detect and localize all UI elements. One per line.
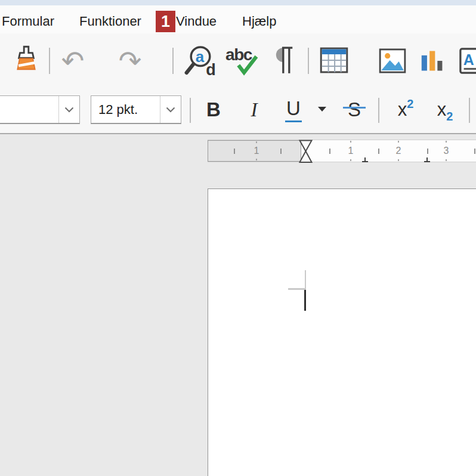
formatting-marks-icon [270, 44, 294, 77]
spelling-check-button[interactable]: abc [224, 44, 259, 78]
font-size-value: 12 pkt. [91, 96, 160, 123]
font-name-combobox[interactable] [0, 95, 80, 124]
indent-marker[interactable] [298, 140, 313, 163]
ruler-left-margin: 1 [208, 140, 301, 162]
superscript-icon: x [398, 99, 407, 120]
insert-textbox-icon: A [459, 47, 476, 75]
toolbar-separator [172, 48, 174, 74]
insert-table-button[interactable] [319, 45, 349, 75]
toolbar-separator [469, 98, 470, 123]
annotation-badge-1: 1 [156, 11, 175, 32]
chevron-down-icon [64, 107, 74, 113]
toolbar-separator [308, 48, 309, 74]
formatting-marks-button[interactable] [270, 43, 295, 78]
menu-item-hjaelp[interactable]: Hjælp [242, 5, 276, 33]
toolbar-separator [49, 48, 50, 74]
redo-button[interactable]: ↷ [115, 44, 146, 78]
font-size-dropdown-button[interactable] [160, 96, 181, 123]
app-window: Formular Funktioner Vindue Hjælp 1 ↶ ↷ [0, 0, 476, 476]
bold-button[interactable]: B [200, 95, 227, 124]
toolbar-separator [190, 98, 191, 123]
font-name-dropdown-button[interactable] [58, 96, 79, 123]
standard-toolbar: ↶ ↷ a d abc [0, 33, 476, 88]
ruler-number: 1 [345, 146, 357, 156]
tab-stop-marker[interactable] [424, 157, 430, 162]
font-name-value [0, 96, 58, 123]
insert-textbox-button[interactable]: A [458, 47, 476, 75]
titlebar-edge [0, 0, 476, 5]
find-replace-icon: a d [184, 45, 217, 77]
chevron-down-icon [166, 107, 175, 113]
find-replace-button[interactable]: a d [184, 44, 217, 78]
redo-icon: ↷ [119, 47, 142, 75]
menu-item-formular[interactable]: Formular [2, 5, 54, 33]
svg-text:a: a [196, 48, 205, 66]
menu-bar: Formular Funktioner Vindue Hjælp 1 [0, 5, 476, 33]
ruler-number: 2 [392, 146, 404, 156]
svg-text:A: A [463, 51, 474, 68]
underline-dropdown-arrow[interactable] [318, 107, 326, 112]
strikethrough-icon: S [347, 98, 362, 121]
insert-chart-icon [419, 48, 445, 74]
insert-table-icon [320, 47, 348, 74]
spelling-check-icon: abc [225, 45, 258, 77]
italic-button[interactable]: I [241, 95, 267, 124]
bold-icon: B [206, 98, 221, 121]
tab-stop-marker[interactable] [362, 157, 368, 162]
strikethrough-button[interactable]: S [341, 95, 367, 124]
undo-button[interactable]: ↶ [57, 44, 88, 78]
superscript-button[interactable]: x 2 [391, 95, 421, 124]
clone-formatting-icon [15, 45, 38, 75]
formatting-toolbar: 12 pkt. B I U S x 2 [0, 88, 476, 134]
svg-text:d: d [206, 61, 216, 77]
menu-item-vindue[interactable]: Vindue [176, 5, 217, 33]
clone-formatting-button[interactable] [14, 44, 38, 76]
subscript-button[interactable]: x 2 [430, 95, 460, 124]
ruler-number: 3 [440, 146, 452, 156]
subscript-icon: x [437, 99, 447, 120]
ruler-margin-number: 1 [251, 146, 262, 156]
underline-button[interactable]: U [280, 95, 307, 124]
svg-text:abc: abc [225, 45, 252, 64]
pointer-ibeam-horizontal [288, 288, 305, 290]
underline-icon: U [285, 97, 302, 122]
insert-image-button[interactable] [378, 47, 407, 75]
text-cursor [304, 290, 306, 311]
horizontal-ruler[interactable]: 1 1 2 3 [208, 140, 476, 162]
document-page[interactable] [208, 188, 476, 476]
italic-icon: I [251, 99, 258, 121]
insert-chart-button[interactable] [418, 47, 446, 75]
font-size-combobox[interactable]: 12 pkt. [91, 95, 181, 124]
pointer-ibeam-vertical [305, 270, 306, 290]
undo-icon: ↶ [61, 47, 85, 75]
toolbar-separator [378, 98, 379, 123]
document-workspace: 1 1 2 3 [0, 134, 476, 476]
insert-image-icon [379, 48, 406, 74]
menu-item-funktioner[interactable]: Funktioner [79, 5, 141, 33]
